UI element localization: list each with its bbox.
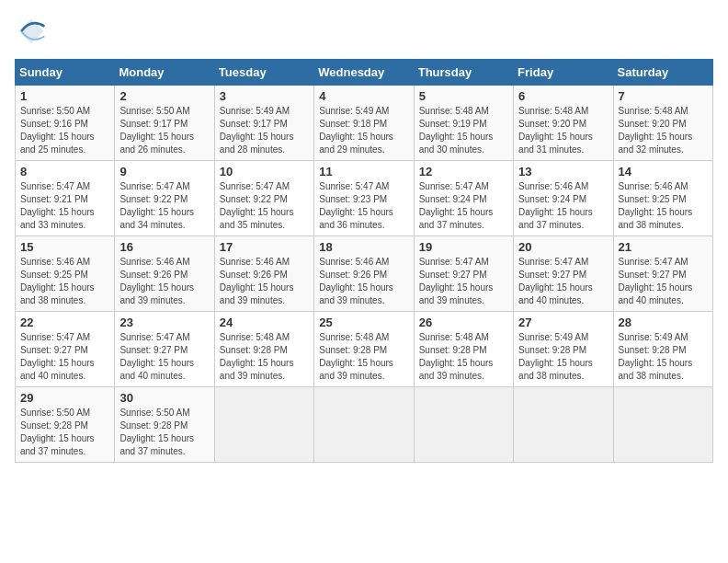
- day-info: Sunrise: 5:47 AM Sunset: 9:23 PM Dayligh…: [319, 180, 408, 232]
- calendar-cell: 2Sunrise: 5:50 AM Sunset: 9:17 PM Daylig…: [115, 86, 214, 161]
- day-info: Sunrise: 5:47 AM Sunset: 9:27 PM Dayligh…: [518, 256, 608, 307]
- calendar-table: SundayMondayTuesdayWednesdayThursdayFrid…: [15, 59, 713, 463]
- day-info: Sunrise: 5:47 AM Sunset: 9:21 PM Dayligh…: [20, 180, 109, 232]
- calendar-cell: 11Sunrise: 5:47 AM Sunset: 9:23 PM Dayli…: [314, 161, 414, 236]
- col-header-thursday: Thursday: [414, 60, 513, 86]
- day-number: 24: [220, 316, 309, 329]
- calendar-cell: 20Sunrise: 5:47 AM Sunset: 9:27 PM Dayli…: [514, 236, 613, 312]
- day-info: Sunrise: 5:47 AM Sunset: 9:27 PM Dayligh…: [119, 331, 209, 383]
- calendar-cell: [514, 387, 613, 463]
- day-number: 21: [619, 240, 708, 254]
- col-header-friday: Friday: [514, 60, 613, 86]
- calendar-cell: 8Sunrise: 5:47 AM Sunset: 9:21 PM Daylig…: [16, 161, 115, 236]
- day-number: 17: [220, 240, 309, 254]
- day-info: Sunrise: 5:50 AM Sunset: 9:17 PM Dayligh…: [119, 105, 209, 156]
- calendar-cell: 9Sunrise: 5:47 AM Sunset: 9:22 PM Daylig…: [115, 161, 214, 236]
- day-number: 13: [518, 165, 608, 178]
- calendar-week-row: 22Sunrise: 5:47 AM Sunset: 9:27 PM Dayli…: [16, 312, 713, 387]
- logo: [15, 15, 51, 48]
- calendar-cell: 18Sunrise: 5:46 AM Sunset: 9:26 PM Dayli…: [314, 236, 414, 312]
- day-number: 30: [119, 391, 209, 405]
- day-number: 29: [20, 391, 109, 405]
- calendar-cell: 24Sunrise: 5:48 AM Sunset: 9:28 PM Dayli…: [214, 312, 313, 387]
- col-header-monday: Monday: [115, 60, 214, 86]
- day-info: Sunrise: 5:48 AM Sunset: 9:28 PM Dayligh…: [319, 331, 408, 383]
- calendar-cell: 25Sunrise: 5:48 AM Sunset: 9:28 PM Dayli…: [314, 312, 414, 387]
- calendar-cell: 3Sunrise: 5:49 AM Sunset: 9:17 PM Daylig…: [214, 86, 313, 161]
- calendar-cell: 28Sunrise: 5:49 AM Sunset: 9:28 PM Dayli…: [613, 312, 712, 387]
- day-info: Sunrise: 5:49 AM Sunset: 9:17 PM Dayligh…: [220, 105, 309, 156]
- day-number: 12: [419, 165, 508, 178]
- calendar-cell: [414, 387, 513, 463]
- day-number: 19: [419, 240, 508, 254]
- day-number: 6: [518, 89, 608, 103]
- day-info: Sunrise: 5:50 AM Sunset: 9:28 PM Dayligh…: [20, 407, 109, 458]
- page-header: [15, 15, 713, 48]
- day-info: Sunrise: 5:48 AM Sunset: 9:28 PM Dayligh…: [419, 331, 508, 383]
- day-number: 18: [319, 240, 408, 254]
- day-number: 26: [419, 316, 508, 329]
- col-header-saturday: Saturday: [613, 60, 712, 86]
- logo-icon: [15, 15, 48, 48]
- calendar-cell: 27Sunrise: 5:49 AM Sunset: 9:28 PM Dayli…: [514, 312, 613, 387]
- calendar-cell: 12Sunrise: 5:47 AM Sunset: 9:24 PM Dayli…: [414, 161, 513, 236]
- calendar-cell: [214, 387, 313, 463]
- day-info: Sunrise: 5:49 AM Sunset: 9:28 PM Dayligh…: [518, 331, 608, 383]
- col-header-sunday: Sunday: [16, 60, 115, 86]
- day-info: Sunrise: 5:46 AM Sunset: 9:25 PM Dayligh…: [619, 180, 708, 232]
- day-info: Sunrise: 5:47 AM Sunset: 9:27 PM Dayligh…: [619, 256, 708, 307]
- calendar-week-row: 29Sunrise: 5:50 AM Sunset: 9:28 PM Dayli…: [16, 387, 713, 463]
- calendar-cell: 21Sunrise: 5:47 AM Sunset: 9:27 PM Dayli…: [613, 236, 712, 312]
- day-number: 14: [619, 165, 708, 178]
- day-number: 8: [20, 165, 109, 178]
- col-header-wednesday: Wednesday: [314, 60, 414, 86]
- day-info: Sunrise: 5:47 AM Sunset: 9:22 PM Dayligh…: [220, 180, 309, 232]
- calendar-cell: 14Sunrise: 5:46 AM Sunset: 9:25 PM Dayli…: [613, 161, 712, 236]
- day-info: Sunrise: 5:46 AM Sunset: 9:24 PM Dayligh…: [518, 180, 608, 232]
- day-number: 16: [119, 240, 209, 254]
- calendar-week-row: 1Sunrise: 5:50 AM Sunset: 9:16 PM Daylig…: [16, 86, 713, 161]
- day-number: 1: [20, 89, 109, 103]
- day-info: Sunrise: 5:47 AM Sunset: 9:24 PM Dayligh…: [419, 180, 508, 232]
- calendar-cell: 5Sunrise: 5:48 AM Sunset: 9:19 PM Daylig…: [414, 86, 513, 161]
- calendar-cell: 6Sunrise: 5:48 AM Sunset: 9:20 PM Daylig…: [514, 86, 613, 161]
- calendar-cell: 7Sunrise: 5:48 AM Sunset: 9:20 PM Daylig…: [613, 86, 712, 161]
- calendar-header-row: SundayMondayTuesdayWednesdayThursdayFrid…: [16, 60, 713, 86]
- day-number: 5: [419, 89, 508, 103]
- calendar-cell: 10Sunrise: 5:47 AM Sunset: 9:22 PM Dayli…: [214, 161, 313, 236]
- calendar-cell: 19Sunrise: 5:47 AM Sunset: 9:27 PM Dayli…: [414, 236, 513, 312]
- day-info: Sunrise: 5:48 AM Sunset: 9:28 PM Dayligh…: [220, 331, 309, 383]
- day-number: 27: [518, 316, 608, 329]
- day-number: 23: [119, 316, 209, 329]
- calendar-cell: 1Sunrise: 5:50 AM Sunset: 9:16 PM Daylig…: [16, 86, 115, 161]
- calendar-cell: 4Sunrise: 5:49 AM Sunset: 9:18 PM Daylig…: [314, 86, 414, 161]
- day-number: 22: [20, 316, 109, 329]
- day-info: Sunrise: 5:49 AM Sunset: 9:18 PM Dayligh…: [319, 105, 408, 156]
- calendar-week-row: 8Sunrise: 5:47 AM Sunset: 9:21 PM Daylig…: [16, 161, 713, 236]
- day-number: 28: [619, 316, 708, 329]
- col-header-tuesday: Tuesday: [214, 60, 313, 86]
- day-number: 25: [319, 316, 408, 329]
- calendar-cell: 16Sunrise: 5:46 AM Sunset: 9:26 PM Dayli…: [115, 236, 214, 312]
- day-number: 7: [619, 89, 708, 103]
- day-info: Sunrise: 5:49 AM Sunset: 9:28 PM Dayligh…: [619, 331, 708, 383]
- calendar-cell: 30Sunrise: 5:50 AM Sunset: 9:28 PM Dayli…: [115, 387, 214, 463]
- day-number: 20: [518, 240, 608, 254]
- day-info: Sunrise: 5:47 AM Sunset: 9:22 PM Dayligh…: [119, 180, 209, 232]
- day-number: 3: [220, 89, 309, 103]
- calendar-cell: [613, 387, 712, 463]
- day-number: 9: [119, 165, 209, 178]
- day-info: Sunrise: 5:46 AM Sunset: 9:26 PM Dayligh…: [220, 256, 309, 307]
- calendar-cell: 23Sunrise: 5:47 AM Sunset: 9:27 PM Dayli…: [115, 312, 214, 387]
- day-info: Sunrise: 5:50 AM Sunset: 9:28 PM Dayligh…: [119, 407, 209, 458]
- calendar-cell: 17Sunrise: 5:46 AM Sunset: 9:26 PM Dayli…: [214, 236, 313, 312]
- day-info: Sunrise: 5:48 AM Sunset: 9:19 PM Dayligh…: [419, 105, 508, 156]
- calendar-cell: [314, 387, 414, 463]
- day-info: Sunrise: 5:50 AM Sunset: 9:16 PM Dayligh…: [20, 105, 109, 156]
- day-number: 15: [20, 240, 109, 254]
- day-number: 10: [220, 165, 309, 178]
- day-number: 11: [319, 165, 408, 178]
- day-info: Sunrise: 5:48 AM Sunset: 9:20 PM Dayligh…: [619, 105, 708, 156]
- calendar-cell: 22Sunrise: 5:47 AM Sunset: 9:27 PM Dayli…: [16, 312, 115, 387]
- calendar-week-row: 15Sunrise: 5:46 AM Sunset: 9:25 PM Dayli…: [16, 236, 713, 312]
